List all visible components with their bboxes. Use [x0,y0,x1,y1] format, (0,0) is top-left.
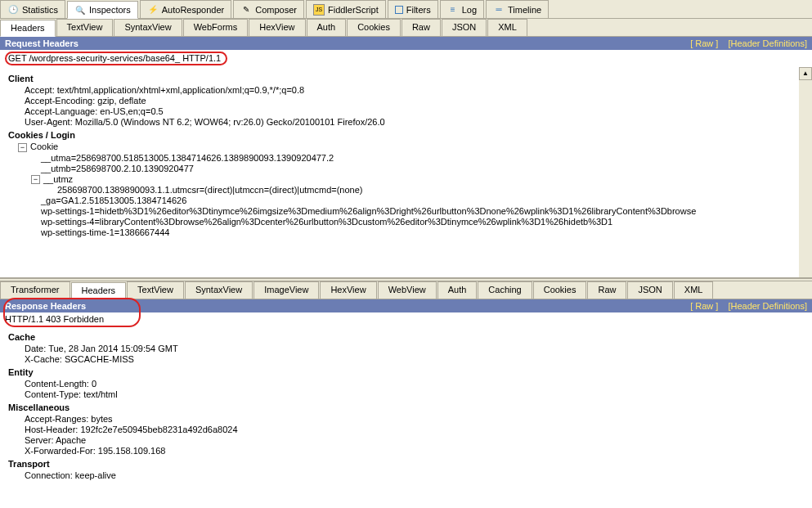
resp-tab-raw[interactable]: Raw [587,281,626,299]
tab-fiddlerscript[interactable]: JSFiddlerScript [306,0,386,18]
resp-tab-syntaxview[interactable]: SyntaxView [185,281,253,299]
request-tab-bar: Headers TextView SyntaxView WebForms Hex… [0,19,812,37]
req-tab-raw[interactable]: Raw [402,19,441,36]
tab-filters[interactable]: Filters [388,0,438,18]
tab-statistics[interactable]: 🕒Statistics [0,0,65,18]
request-headers-title: Request Headers [5,38,79,48]
cookie-utmz-value[interactable]: 258698700.1389890093.1.1.utmcsr=(direct)… [5,185,807,195]
response-headers-bar: Response Headers [ Raw ] [Header Definit… [0,299,812,312]
magnifier-icon: 🔍 [74,4,86,16]
tab-composer[interactable]: ✎Composer [233,0,304,18]
resp-tab-hexview[interactable]: HexView [320,281,376,299]
request-headers-bar: Request Headers [ Raw ] [Header Definiti… [0,37,812,50]
cookie-ga[interactable]: _ga=GA1.2.518513005.1384714626 [5,196,807,205]
raw-link[interactable]: [ Raw ] [690,301,718,311]
cookie-tree-root[interactable]: −Cookie [5,142,807,152]
resp-tab-json[interactable]: JSON [627,281,672,299]
main-tab-bar: 🕒Statistics 🔍Inspectors ⚡AutoResponder ✎… [0,0,812,19]
log-icon: ≡ [447,4,459,16]
tab-label: Statistics [22,5,58,15]
resp-tab-cookies[interactable]: Cookies [533,281,587,299]
cookie-utma[interactable]: __utma=258698700.518513005.1384714626.13… [5,153,807,163]
group-entity: Entity [5,367,807,377]
header-definitions-link[interactable]: [Header Definitions] [728,38,807,48]
pencil-icon: ✎ [240,4,252,16]
header-accept-ranges[interactable]: Accept-Ranges: bytes [5,414,807,424]
filter-icon [395,6,403,14]
lightning-icon: ⚡ [147,4,159,16]
cookie-utmz-node[interactable]: −__utmz [5,174,807,185]
resp-tab-imageview[interactable]: ImageView [253,281,319,299]
response-headers-title: Response Headers [5,301,86,311]
group-client: Client [5,74,807,83]
resp-tab-caching[interactable]: Caching [478,281,532,299]
req-tab-json[interactable]: JSON [442,19,487,36]
stopwatch-icon: 🕒 [7,4,19,16]
cookie-utmb[interactable]: __utmb=258698700.2.10.1390920477 [5,164,807,173]
tab-label: AutoResponder [162,5,224,15]
request-line-highlight: GET /wordpress-security-services/base64_… [5,52,227,65]
cookie-label: Cookie [30,142,58,151]
tab-label: Composer [255,5,297,15]
req-tab-syntaxview[interactable]: SyntaxView [114,19,182,36]
response-content: Cache Date: Tue, 28 Jan 2014 15:09:54 GM… [0,326,812,508]
req-tab-hexview[interactable]: HexView [249,19,305,36]
tab-label: FiddlerScript [328,5,379,15]
tab-label: Inspectors [89,5,131,15]
scrollbar[interactable]: ▲ [799,67,812,277]
raw-link[interactable]: [ Raw ] [690,38,718,48]
group-misc: Miscellaneous [5,402,807,412]
resp-tab-auth[interactable]: Auth [437,281,478,299]
cookie-wp-settings-1[interactable]: wp-settings-1=hidetb%3D1%26editor%3Dtiny… [5,206,807,216]
header-content-length[interactable]: Content-Length: 0 [5,379,807,389]
resp-tab-headers[interactable]: Headers [71,282,127,299]
req-tab-xml[interactable]: XML [487,19,527,36]
tab-log[interactable]: ≡Log [440,0,484,18]
tab-timeline[interactable]: ═Timeline [486,0,549,18]
request-line-row: GET /wordpress-security-services/base64_… [0,50,812,67]
timeline-icon: ═ [493,4,505,16]
header-definitions-link[interactable]: [Header Definitions] [728,301,807,311]
header-server[interactable]: Server: Apache [5,435,807,445]
header-accept-encoding[interactable]: Accept-Encoding: gzip, deflate [5,96,807,106]
tab-inspectors[interactable]: 🔍Inspectors [67,1,138,19]
resp-tab-xml[interactable]: XML [674,281,714,299]
header-connection[interactable]: Connection: keep-alive [5,470,807,480]
cookie-wp-settings-time[interactable]: wp-settings-time-1=1386667444 [5,227,807,237]
req-tab-auth[interactable]: Auth [307,19,347,36]
request-line-text: GET /wordpress-security-services/base64_… [8,53,221,63]
tree-collapse-icon[interactable]: − [18,143,27,152]
group-cache: Cache [5,332,807,342]
req-tab-webforms[interactable]: WebForms [183,19,249,36]
response-status-text: HTTP/1.1 403 Forbidden [5,314,104,324]
req-tab-headers[interactable]: Headers [0,20,56,37]
resp-tab-webview[interactable]: WebView [378,281,437,299]
cookie-utmz-label: __utmz [43,174,73,184]
header-user-agent[interactable]: User-Agent: Mozilla/5.0 (Windows NT 6.2;… [5,117,807,127]
header-x-forwarded-for[interactable]: X-Forwarded-For: 195.158.109.168 [5,446,807,456]
tab-label: Timeline [508,5,541,15]
header-content-type[interactable]: Content-Type: text/html [5,389,807,399]
script-icon: JS [313,4,325,16]
header-accept-language[interactable]: Accept-Language: en-US,en;q=0.5 [5,106,807,116]
tree-collapse-icon[interactable]: − [31,175,40,184]
header-host-header[interactable]: Host-Header: 192fc2e7e50945beb8231a492d6… [5,425,807,434]
req-tab-textview[interactable]: TextView [56,19,114,36]
group-transport: Transport [5,459,807,469]
response-status-row: HTTP/1.1 403 Forbidden [0,312,812,326]
tab-label: Log [462,5,477,15]
req-tab-cookies[interactable]: Cookies [347,19,401,36]
header-accept[interactable]: Accept: text/html,application/xhtml+xml,… [5,85,807,95]
header-date[interactable]: Date: Tue, 28 Jan 2014 15:09:54 GMT [5,344,807,353]
scroll-up-icon[interactable]: ▲ [799,67,812,80]
tab-label: Filters [406,5,431,15]
response-tab-bar: Transformer Headers TextView SyntaxView … [0,281,812,299]
tab-autoresponder[interactable]: ⚡AutoResponder [140,0,231,18]
resp-tab-transformer[interactable]: Transformer [0,281,70,299]
resp-tab-textview[interactable]: TextView [127,281,184,299]
group-cookies: Cookies / Login [5,130,807,140]
request-content: ▲ Client Accept: text/html,application/x… [0,67,812,278]
cookie-wp-settings-4[interactable]: wp-settings-4=libraryContent%3Dbrowse%26… [5,217,807,227]
header-xcache[interactable]: X-Cache: SGCACHE-MISS [5,354,807,364]
